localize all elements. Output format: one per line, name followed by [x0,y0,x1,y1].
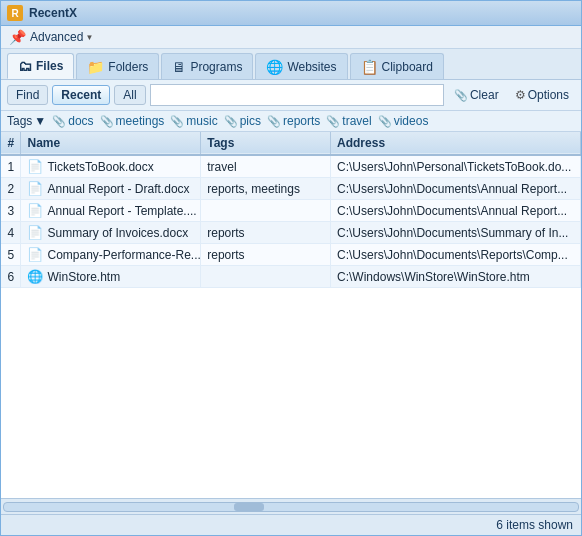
files-tab-icon: 🗂 [18,58,32,74]
doc-file-icon: 📄 [27,203,43,218]
col-header-num[interactable]: # [1,132,21,155]
doc-file-icon: 📄 [27,247,43,262]
tag-reports-label: reports [283,114,320,128]
row-name: 📄 TicketsToBook.docx [21,155,201,178]
table-row[interactable]: 5 📄 Company-Performance-Re... reports C:… [1,244,581,266]
tag-docs-icon: 📎 [52,115,66,128]
table-row[interactable]: 6 🌐 WinStore.htm C:\Windows\WinStore\Win… [1,266,581,288]
websites-tab-icon: 🌐 [266,59,283,75]
col-header-address[interactable]: Address [331,132,581,155]
tag-travel[interactable]: 📎 travel [326,114,371,128]
row-address: C:\Users\John\Documents\Annual Report... [331,200,581,222]
tabs-bar: 🗂 Files 📁 Folders 🖥 Programs 🌐 Websites … [1,49,581,80]
table-body: 1 📄 TicketsToBook.docx travel C:\Users\J… [1,155,581,288]
pin-icon: 📌 [9,29,26,45]
file-table-container: # Name Tags Address 1 📄 TicketsToBook.do… [1,132,581,498]
tag-docs-label: docs [68,114,93,128]
tag-videos[interactable]: 📎 videos [378,114,429,128]
tag-travel-icon: 📎 [326,115,340,128]
table-row[interactable]: 4 📄 Summary of Invoices.docx reports C:\… [1,222,581,244]
tab-files-label: Files [36,59,63,73]
app-icon: R [7,5,23,21]
file-table: # Name Tags Address 1 📄 TicketsToBook.do… [1,132,581,288]
doc-file-icon: 📄 [27,181,43,196]
tag-meetings-label: meetings [116,114,165,128]
file-icon-cell: 📄 Annual Report - Template.... [27,203,196,218]
find-button[interactable]: Find [7,85,48,105]
tag-reports[interactable]: 📎 reports [267,114,320,128]
tag-music-label: music [186,114,217,128]
row-name: 📄 Annual Report - Draft.docx [21,178,201,200]
file-icon-cell: 🌐 WinStore.htm [27,269,120,284]
clipboard-tab-icon: 📋 [361,59,378,75]
col-header-name[interactable]: Name [21,132,201,155]
clear-button[interactable]: 📎 Clear [448,86,505,104]
window-title: RecentX [29,6,77,20]
paperclip-icon: 📎 [454,89,468,102]
table-row[interactable]: 1 📄 TicketsToBook.docx travel C:\Users\J… [1,155,581,178]
tab-files[interactable]: 🗂 Files [7,53,74,79]
row-tags: reports [201,244,331,266]
row-num: 6 [1,266,21,288]
doc-file-icon: 📄 [27,159,43,174]
tab-websites[interactable]: 🌐 Websites [255,53,347,79]
recent-button[interactable]: Recent [52,85,110,105]
row-address: C:\Users\John\Documents\Reports\Comp... [331,244,581,266]
scrollbar-thumb[interactable] [234,503,264,511]
tab-folders-label: Folders [108,60,148,74]
table-row[interactable]: 3 📄 Annual Report - Template.... C:\User… [1,200,581,222]
tag-music[interactable]: 📎 music [170,114,217,128]
tag-pics[interactable]: 📎 pics [224,114,261,128]
title-bar: R RecentX [1,1,581,26]
doc-file-icon: 📄 [27,225,43,240]
table-row[interactable]: 2 📄 Annual Report - Draft.docx reports, … [1,178,581,200]
file-icon-cell: 📄 Summary of Invoices.docx [27,225,188,240]
row-address: C:\Users\John\Documents\Summary of In... [331,222,581,244]
tag-pics-icon: 📎 [224,115,238,128]
tag-travel-label: travel [342,114,371,128]
row-tags [201,266,331,288]
row-address: C:\Users\John\Documents\Annual Report... [331,178,581,200]
row-num: 5 [1,244,21,266]
tag-docs[interactable]: 📎 docs [52,114,93,128]
toolbar: Find Recent All 📎 Clear ⚙ Options [1,80,581,111]
row-num: 2 [1,178,21,200]
options-button[interactable]: ⚙ Options [509,86,575,104]
folders-tab-icon: 📁 [87,59,104,75]
row-name: 📄 Company-Performance-Re... [21,244,201,266]
tag-reports-icon: 📎 [267,115,281,128]
tab-programs[interactable]: 🖥 Programs [161,53,253,79]
row-tags: reports, meetings [201,178,331,200]
col-header-tags[interactable]: Tags [201,132,331,155]
row-num: 4 [1,222,21,244]
items-shown-label: 6 items shown [496,518,573,532]
tag-meetings[interactable]: 📎 meetings [100,114,165,128]
tag-meetings-icon: 📎 [100,115,114,128]
tag-pics-label: pics [240,114,261,128]
tab-folders[interactable]: 📁 Folders [76,53,159,79]
search-input[interactable] [150,84,444,106]
advanced-arrow: ▼ [85,33,93,42]
scrollbar-track[interactable] [3,502,579,512]
main-window: R RecentX 📌 Advanced ▼ 🗂 Files 📁 Folders… [0,0,582,536]
options-label: Options [528,88,569,102]
tag-videos-label: videos [394,114,429,128]
status-bar: 6 items shown [1,514,581,535]
advanced-menu[interactable]: Advanced ▼ [30,30,93,44]
all-button[interactable]: All [114,85,145,105]
tab-programs-label: Programs [190,60,242,74]
tags-bar: Tags ▼ 📎 docs 📎 meetings 📎 music 📎 pics … [1,111,581,132]
tab-clipboard[interactable]: 📋 Clipboard [350,53,444,79]
row-tags: reports [201,222,331,244]
tab-clipboard-label: Clipboard [382,60,433,74]
row-address: C:\Windows\WinStore\WinStore.htm [331,266,581,288]
web-file-icon: 🌐 [27,269,43,284]
row-name: 📄 Annual Report - Template.... [21,200,201,222]
row-name: 🌐 WinStore.htm [21,266,201,288]
tag-music-icon: 📎 [170,115,184,128]
advanced-label: Advanced [30,30,83,44]
gear-icon: ⚙ [515,88,526,102]
row-name: 📄 Summary of Invoices.docx [21,222,201,244]
tags-arrow[interactable]: ▼ [34,114,46,128]
horizontal-scrollbar[interactable] [1,498,581,514]
